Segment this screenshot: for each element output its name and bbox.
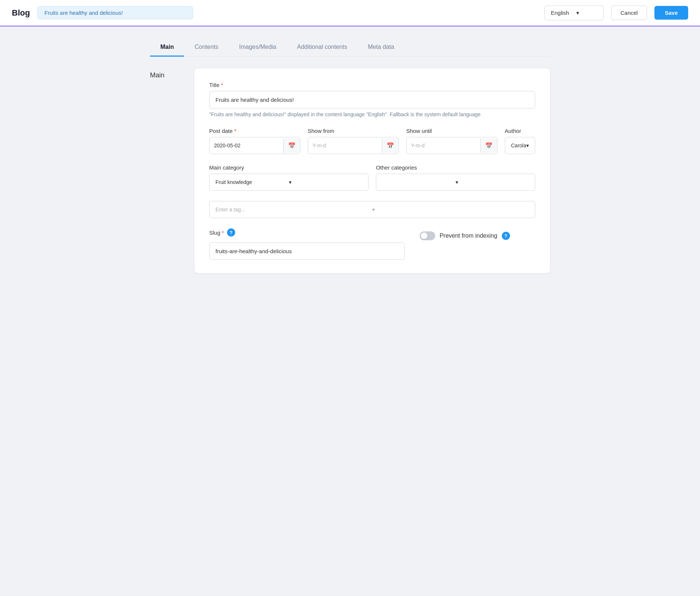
author-label: Author <box>505 128 535 134</box>
prevent-indexing-toggle[interactable] <box>420 231 435 240</box>
main-layout: Main Title * "Fruits are healthy and del… <box>150 68 550 273</box>
show-until-input[interactable] <box>407 137 480 154</box>
title-required: * <box>221 82 223 88</box>
post-date-group: Post date * 📅 <box>209 128 300 154</box>
show-from-input-wrap: 📅 <box>308 137 399 154</box>
title-input[interactable] <box>209 91 535 108</box>
other-categories-select[interactable]: ▾ <box>376 174 535 191</box>
tab-meta[interactable]: Meta data <box>357 38 404 57</box>
tab-images[interactable]: Images/Media <box>229 38 287 57</box>
form-container: Title * "Fruits are healthy and deliciou… <box>194 68 550 273</box>
page-title: Blog <box>12 8 30 18</box>
language-select[interactable]: English ▾ <box>544 6 604 20</box>
other-categories-label: Other categories <box>376 164 535 171</box>
show-from-label: Show from <box>308 128 399 134</box>
toggle-knob <box>421 232 427 239</box>
show-until-calendar-icon[interactable]: 📅 <box>480 138 497 153</box>
show-until-label: Show until <box>406 128 497 134</box>
post-date-label: Post date * <box>209 128 300 134</box>
main-category-chevron-icon: ▾ <box>289 179 362 185</box>
slug-right: Prevent from indexing ? <box>420 228 535 240</box>
slug-left: Slug * ? <box>209 228 405 260</box>
prevent-indexing-label: Prevent from indexing <box>440 232 497 239</box>
post-date-input[interactable] <box>210 137 283 154</box>
tag-chevron-icon: ▾ <box>372 207 529 212</box>
title-field-group: Title * "Fruits are healthy and deliciou… <box>209 82 535 117</box>
date-author-row: Post date * 📅 Show from 📅 <box>209 128 535 154</box>
main-category-select[interactable]: Fruit knowledge ▾ <box>209 174 369 191</box>
slug-help-icon[interactable]: ? <box>227 228 235 237</box>
section-label: Main <box>150 71 164 79</box>
header: Blog Fruits are healthy and delicious! E… <box>0 0 700 27</box>
chevron-down-icon: ▾ <box>576 10 597 16</box>
prevent-indexing-help-icon[interactable]: ? <box>502 232 510 240</box>
tab-bar: Main Contents Images/Media Additional co… <box>150 38 550 57</box>
tag-placeholder: Enter a tag... <box>216 207 372 212</box>
post-date-input-wrap: 📅 <box>209 137 300 154</box>
tab-additional[interactable]: Additional contents <box>287 38 357 57</box>
other-categories-group: Other categories ▾ <box>376 164 535 191</box>
title-hint: "Fruits are healthy and delicious!" disp… <box>209 111 535 117</box>
slug-label-row: Slug * ? <box>209 228 405 237</box>
slug-input[interactable] <box>209 242 405 260</box>
post-title-badge: Fruits are healthy and delicious! <box>37 6 193 19</box>
cancel-button[interactable]: Cancel <box>611 6 647 20</box>
tab-main[interactable]: Main <box>150 38 184 57</box>
main-category-group: Main category Fruit knowledge ▾ <box>209 164 369 191</box>
tag-input-wrap[interactable]: Enter a tag... ▾ <box>209 201 535 218</box>
title-label: Title * <box>209 82 535 88</box>
main-content: Main Contents Images/Media Additional co… <box>128 27 572 285</box>
categories-row: Main category Fruit knowledge ▾ Other ca… <box>209 164 535 191</box>
other-categories-chevron-icon: ▾ <box>456 179 529 185</box>
author-group: Author Carola ▾ <box>505 128 535 154</box>
author-chevron-icon: ▾ <box>526 143 529 148</box>
show-from-calendar-icon[interactable]: 📅 <box>382 138 399 153</box>
show-until-input-wrap: 📅 <box>406 137 497 154</box>
post-date-calendar-icon[interactable]: 📅 <box>283 138 300 153</box>
author-select[interactable]: Carola ▾ <box>505 137 535 154</box>
show-from-input[interactable] <box>308 137 382 154</box>
form-card: Title * "Fruits are healthy and deliciou… <box>194 68 550 273</box>
section-sidebar: Main <box>150 68 183 79</box>
save-button[interactable]: Save <box>654 6 688 20</box>
slug-section: Slug * ? Prevent from indexing ? <box>209 228 535 260</box>
main-category-label: Main category <box>209 164 369 171</box>
show-until-group: Show until 📅 <box>406 128 497 154</box>
show-from-group: Show from 📅 <box>308 128 399 154</box>
slug-label: Slug * <box>209 230 224 236</box>
tab-contents[interactable]: Contents <box>184 38 229 57</box>
